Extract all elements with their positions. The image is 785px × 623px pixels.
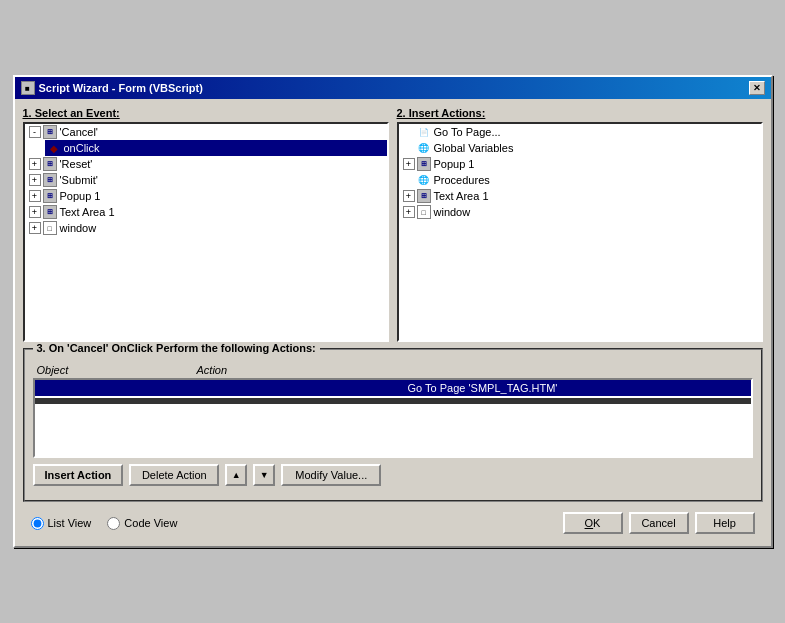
label-gotopage: Go To Page... [434, 126, 501, 138]
modify-value-button[interactable]: Modify Value... [281, 464, 381, 486]
code-view-radio[interactable] [107, 517, 120, 530]
main-content: 1. Select an Event: - ⊞ 'Cancel' ◆ onCli… [15, 99, 771, 546]
bottom-section-title: 3. On 'Cancel' OnClick Perform the follo… [33, 342, 320, 354]
cancel-button[interactable]: Cancel [629, 512, 689, 534]
label-submit: 'Submit' [60, 174, 98, 186]
code-view-label: Code View [124, 517, 177, 529]
expand-popup1[interactable]: + [29, 190, 41, 202]
action-desc-0: Go To Page 'SMPL_TAG.HTM' [219, 382, 747, 394]
form-icon-popup1: ⊞ [43, 189, 57, 203]
globe-icon-procedures: 🌐 [417, 173, 431, 187]
left-panel-container: 1. Select an Event: - ⊞ 'Cancel' ◆ onCli… [23, 107, 389, 342]
expand-window[interactable]: + [29, 222, 41, 234]
tree-item-window-left[interactable]: + □ window [27, 220, 387, 236]
panels-row: 1. Select an Event: - ⊞ 'Cancel' ◆ onCli… [23, 107, 763, 342]
label-onclick: onClick [64, 142, 100, 154]
label-globalvars: Global Variables [434, 142, 514, 154]
insert-action-button[interactable]: Insert Action [33, 464, 124, 486]
tree-item-submit[interactable]: + ⊞ 'Submit' [27, 172, 387, 188]
col-object-label: Object [37, 364, 197, 376]
label-window-right: window [434, 206, 471, 218]
action-row-0[interactable]: Go To Page 'SMPL_TAG.HTM' [35, 380, 751, 396]
left-panel[interactable]: - ⊞ 'Cancel' ◆ onClick + ⊞ 'Reset' [23, 122, 389, 342]
right-panel-container: 2. Insert Actions: 📄 Go To Page... 🌐 Glo… [397, 107, 763, 342]
footer-buttons: OK Cancel Help [563, 512, 755, 534]
list-view-radio-label[interactable]: List View [31, 517, 92, 530]
tree-item-textarea1-left[interactable]: + ⊞ Text Area 1 [27, 204, 387, 220]
label-cancel: 'Cancel' [60, 126, 98, 138]
globe-icon-globalvars: 🌐 [417, 141, 431, 155]
box-icon-window-right: □ [417, 205, 431, 219]
main-window: ■ Script Wizard - Form (VBScript) ✕ 1. S… [13, 75, 773, 548]
help-button[interactable]: Help [695, 512, 755, 534]
label-window-left: window [60, 222, 97, 234]
tree-item-cancel[interactable]: - ⊞ 'Cancel' [27, 124, 387, 140]
bottom-section: 3. On 'Cancel' OnClick Perform the follo… [23, 348, 763, 502]
expand-window-right[interactable]: + [403, 206, 415, 218]
tree-item-popup1-left[interactable]: + ⊞ Popup 1 [27, 188, 387, 204]
form-icon-submit: ⊞ [43, 173, 57, 187]
window-icon: ■ [21, 81, 35, 95]
list-view-radio[interactable] [31, 517, 44, 530]
label-popup1: Popup 1 [60, 190, 101, 202]
page-icon-gotopage: 📄 [417, 125, 431, 139]
tree-item-window-right[interactable]: + □ window [401, 204, 761, 220]
down-arrow-button[interactable]: ▼ [253, 464, 275, 486]
label-textarea1-right: Text Area 1 [434, 190, 489, 202]
form-icon-reset: ⊞ [43, 157, 57, 171]
delete-action-button[interactable]: Delete Action [129, 464, 219, 486]
expand-textarea1-right[interactable]: + [403, 190, 415, 202]
ok-button[interactable]: OK [563, 512, 623, 534]
expand-popup1-right[interactable]: + [403, 158, 415, 170]
label-textarea1: Text Area 1 [60, 206, 115, 218]
form-icon-popup1-right: ⊞ [417, 157, 431, 171]
tree-item-globalvars[interactable]: 🌐 Global Variables [401, 140, 761, 156]
title-bar: ■ Script Wizard - Form (VBScript) ✕ [15, 77, 771, 99]
action-buttons-row: Insert Action Delete Action ▲ ▼ Modify V… [33, 464, 753, 486]
title-bar-left: ■ Script Wizard - Form (VBScript) [21, 81, 203, 95]
label-procedures: Procedures [434, 174, 490, 186]
expand-reset[interactable]: + [29, 158, 41, 170]
right-panel[interactable]: 📄 Go To Page... 🌐 Global Variables + ⊞ P… [397, 122, 763, 342]
box-icon-window: □ [43, 221, 57, 235]
action-bar [35, 398, 751, 404]
form-icon-cancel: ⊞ [43, 125, 57, 139]
footer-row: List View Code View OK Cancel Help [23, 508, 763, 538]
code-view-radio-label[interactable]: Code View [107, 517, 177, 530]
tree-item-textarea1-right[interactable]: + ⊞ Text Area 1 [401, 188, 761, 204]
list-view-label: List View [48, 517, 92, 529]
right-panel-label: 2. Insert Actions: [397, 107, 763, 119]
label-popup1-right: Popup 1 [434, 158, 475, 170]
expand-submit[interactable]: + [29, 174, 41, 186]
col-action-label: Action [197, 364, 749, 376]
close-button[interactable]: ✕ [749, 81, 765, 95]
ok-label: OK [585, 517, 601, 529]
tree-item-procedures[interactable]: 🌐 Procedures [401, 172, 761, 188]
window-title: Script Wizard - Form (VBScript) [39, 82, 203, 94]
tree-item-gotopage[interactable]: 📄 Go To Page... [401, 124, 761, 140]
up-arrow-button[interactable]: ▲ [225, 464, 247, 486]
expand-textarea1[interactable]: + [29, 206, 41, 218]
left-panel-label: 1. Select an Event: [23, 107, 389, 119]
radio-group: List View Code View [31, 517, 178, 530]
tree-item-popup1-right[interactable]: + ⊞ Popup 1 [401, 156, 761, 172]
form-icon-textarea1-right: ⊞ [417, 189, 431, 203]
actions-list[interactable]: Go To Page 'SMPL_TAG.HTM' [33, 378, 753, 458]
tree-item-reset[interactable]: + ⊞ 'Reset' [27, 156, 387, 172]
label-reset: 'Reset' [60, 158, 93, 170]
form-icon-textarea1: ⊞ [43, 205, 57, 219]
expand-cancel[interactable]: - [29, 126, 41, 138]
diamond-icon-onclick: ◆ [47, 141, 61, 155]
tree-item-onclick[interactable]: ◆ onClick [45, 140, 387, 156]
actions-header: Object Action [33, 362, 753, 378]
